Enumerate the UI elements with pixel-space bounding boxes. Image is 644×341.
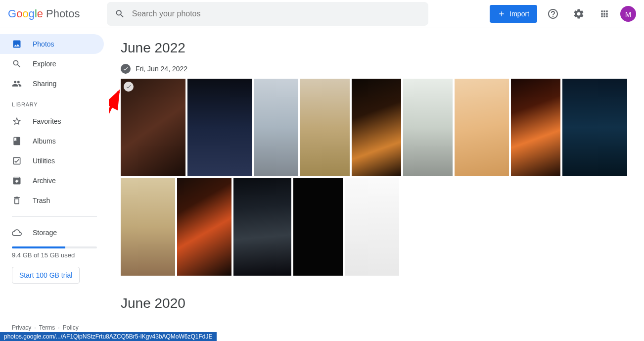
- photo-thumbnail[interactable]: [345, 178, 399, 276]
- month-title: June 2022: [121, 40, 632, 56]
- sidebar-item-label: Archive: [33, 177, 56, 185]
- sidebar-item-photos[interactable]: Photos: [0, 34, 104, 54]
- start-trial-button[interactable]: Start 100 GB trial: [12, 267, 80, 284]
- sidebar-item-favorites[interactable]: Favorites: [0, 111, 104, 131]
- main-content[interactable]: June 2022Fri, Jun 24, 2022June 2020: [109, 28, 644, 341]
- sidebar-item-label: Utilities: [33, 157, 55, 165]
- star-icon: [12, 116, 22, 126]
- google-logo-text: Google: [8, 7, 43, 20]
- sidebar-item-albums[interactable]: Albums: [0, 131, 104, 151]
- search-input[interactable]: [132, 9, 420, 18]
- privacy-link[interactable]: Privacy: [12, 324, 31, 331]
- photo-thumbnail[interactable]: [352, 79, 401, 176]
- search-icon: [12, 59, 22, 69]
- photo-thumbnail[interactable]: [300, 79, 350, 176]
- photo-thumbnail[interactable]: [511, 79, 560, 176]
- terms-link[interactable]: Terms: [39, 324, 55, 331]
- photo-thumbnail[interactable]: [403, 79, 453, 176]
- image-icon: [12, 39, 22, 49]
- archive-icon: [12, 176, 22, 186]
- month-title: June 2020: [121, 295, 632, 311]
- photo-thumbnail[interactable]: [455, 79, 509, 176]
- storage-text: 9.4 GB of 15 GB used: [0, 251, 109, 259]
- import-label: Import: [509, 10, 529, 18]
- help-button[interactable]: [543, 4, 563, 24]
- search-bar[interactable]: [107, 2, 428, 26]
- sidebar-item-label: Explore: [33, 60, 56, 68]
- photo-thumbnail[interactable]: [293, 178, 343, 276]
- logo[interactable]: Google Photos: [8, 7, 107, 20]
- status-url-bar: photos.google.com/.../AF1QipNStzFrtu8AZC…: [0, 332, 217, 341]
- utilities-icon: [12, 156, 22, 166]
- policy-link[interactable]: Policy: [63, 324, 79, 331]
- photo-thumbnail[interactable]: [177, 178, 231, 276]
- sidebar-item-sharing[interactable]: Sharing: [0, 74, 104, 94]
- photo-thumbnail[interactable]: [562, 79, 627, 176]
- search-icon: [115, 8, 125, 19]
- apps-button[interactable]: [595, 4, 614, 24]
- gear-icon: [573, 8, 585, 20]
- check-circle-icon[interactable]: [124, 82, 134, 92]
- photos-logo-text: Photos: [46, 7, 80, 20]
- sidebar-item-trash[interactable]: Trash: [0, 191, 104, 210]
- sidebar-item-archive[interactable]: Archive: [0, 171, 104, 191]
- photo-thumbnail[interactable]: [233, 178, 291, 276]
- sidebar-item-label: Sharing: [33, 80, 56, 88]
- date-header[interactable]: Fri, Jun 24, 2022: [121, 64, 632, 74]
- svg-line-1: [109, 92, 119, 172]
- sidebar-item-storage[interactable]: Storage: [0, 223, 104, 243]
- header: Google Photos Import M: [0, 0, 644, 28]
- storage-bar: [12, 246, 97, 248]
- import-button[interactable]: Import: [490, 5, 537, 23]
- settings-button[interactable]: [569, 4, 589, 24]
- divider: [12, 216, 97, 217]
- help-icon: [547, 8, 559, 20]
- photo-grid: [121, 79, 632, 276]
- plus-icon: [498, 10, 506, 18]
- date-label: Fri, Jun 24, 2022: [136, 65, 187, 73]
- sidebar-item-explore[interactable]: Explore: [0, 54, 104, 74]
- check-circle-icon[interactable]: [121, 64, 131, 74]
- header-actions: Import M: [490, 4, 636, 24]
- sidebar-item-label: Photos: [33, 40, 54, 48]
- photo-thumbnail[interactable]: [121, 178, 175, 276]
- library-section-label: LIBRARY: [0, 94, 109, 111]
- sidebar-item-utilities[interactable]: Utilities: [0, 151, 104, 171]
- sidebar-item-label: Favorites: [33, 117, 61, 125]
- sidebar-item-label: Albums: [33, 137, 56, 145]
- trash-icon: [12, 195, 22, 205]
- photo-thumbnail[interactable]: [187, 79, 252, 176]
- album-icon: [12, 136, 22, 146]
- storage-label: Storage: [33, 229, 57, 237]
- apps-grid-icon: [599, 9, 609, 19]
- photo-thumbnail[interactable]: [121, 79, 185, 176]
- sidebar-item-label: Trash: [33, 196, 50, 204]
- avatar[interactable]: M: [620, 6, 636, 22]
- cloud-icon: [12, 228, 22, 238]
- photo-thumbnail[interactable]: [254, 79, 298, 176]
- sidebar: PhotosExploreSharing LIBRARY FavoritesAl…: [0, 28, 109, 341]
- people-icon: [12, 79, 22, 89]
